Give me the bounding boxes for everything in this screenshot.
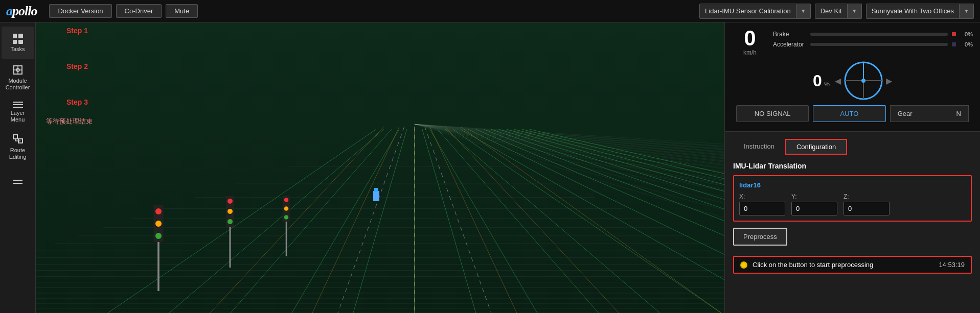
steering-section: 0 % ◀ ▶ <box>732 56 973 105</box>
gear-display: Gear N <box>890 105 969 122</box>
map-dropdown-arrow[interactable]: ▼ <box>960 4 974 19</box>
status-bar: Click on the button to start preprocessi… <box>733 256 972 274</box>
steering-arrows: ◀ ▶ <box>835 60 892 101</box>
docker-version-button[interactable]: Docker Version <box>49 4 111 18</box>
brake-bar-bg <box>810 33 948 36</box>
mode-dropdown-arrow[interactable]: ▼ <box>796 4 811 19</box>
brake-indicator <box>952 32 956 36</box>
route-editing-icon <box>12 134 24 145</box>
main-layout: Tasks ModuleController LayerMenu <box>0 22 980 313</box>
map-dropdown[interactable]: Sunnyvale With Two Offices <box>866 4 960 19</box>
accel-indicator <box>952 42 956 46</box>
gear-label: Gear <box>898 110 913 117</box>
status-text: Click on the button to start preprocessi… <box>753 261 933 269</box>
no-signal-button[interactable]: NO SIGNAL <box>736 105 809 122</box>
lidar-box: lidar16 X: Y: Z: <box>733 175 972 222</box>
apollo-logo: apollo <box>6 4 37 19</box>
y-field: Y: <box>791 193 837 215</box>
status-time: 14:53:19 <box>939 261 965 269</box>
mode-dropdown[interactable]: Lidar-IMU Sensor Calibration <box>699 4 796 19</box>
sidebar-item-layer-menu-label: LayerMenu <box>11 110 25 123</box>
sidebar-item-tasks[interactable]: Tasks <box>2 27 34 59</box>
brake-row: Brake 0% <box>773 31 973 38</box>
co-driver-button[interactable]: Co-Driver <box>116 4 162 18</box>
gauge-row: 0 km/h Brake 0% Accelerator <box>732 28 973 56</box>
mode-dropdown-group: Lidar-IMU Sensor Calibration ▼ <box>699 4 811 19</box>
brake-pct: 0% <box>960 31 973 37</box>
tab-configuration[interactable]: Configuration <box>785 139 847 155</box>
tab-instruction[interactable]: Instruction <box>733 139 785 155</box>
speed-value: 0 <box>744 28 756 49</box>
imu-lidar-title: IMU-Lidar Translation <box>733 162 972 170</box>
vehicle-dropdown-group: Dev Kit ▼ <box>815 4 862 19</box>
calibration-panel: Instruction Configuration IMU-Lidar Tran… <box>725 132 980 313</box>
x-input[interactable] <box>739 202 785 215</box>
lidar-id: lidar16 <box>739 181 966 189</box>
instrument-cluster: 0 km/h Brake 0% Accelerator <box>725 22 980 132</box>
steer-left-icon[interactable]: ◀ <box>835 76 841 86</box>
z-input[interactable] <box>844 202 890 215</box>
y-label: Y: <box>791 193 837 200</box>
svg-rect-4 <box>13 135 17 139</box>
right-panel: 0 km/h Brake 0% Accelerator <box>724 22 980 313</box>
status-dot-icon <box>740 261 747 269</box>
steering-pct: 0 <box>813 71 822 90</box>
x-label: X: <box>739 193 785 200</box>
panel-tabs: Instruction Configuration <box>733 139 972 155</box>
sidebar-item-route-editing[interactable]: RouteEditing <box>2 131 34 163</box>
sidebar-item-extra[interactable] <box>2 165 34 198</box>
steering-unit: % <box>824 81 830 88</box>
grid-canvas <box>36 22 724 313</box>
top-bar: apollo Docker Version Co-Driver Mute Lid… <box>0 0 980 22</box>
preprocess-button[interactable]: Preprocess <box>733 228 787 246</box>
module-controller-icon <box>12 64 24 76</box>
steer-right-icon[interactable]: ▶ <box>886 76 892 86</box>
sidebar-item-layer-menu[interactable]: LayerMenu <box>2 96 34 129</box>
3d-viewport[interactable]: Step 1 Step 2 Step 3 等待预处理结束 <box>36 22 724 313</box>
brake-label: Brake <box>773 31 806 38</box>
speed-display: 0 km/h <box>732 28 768 56</box>
sidebar-item-route-editing-label: RouteEditing <box>9 147 27 160</box>
layer-menu-icon <box>13 102 23 108</box>
sidebar-item-tasks-label: Tasks <box>10 46 25 52</box>
steering-wheel-icon <box>843 60 884 101</box>
accel-row: Accelerator 0% <box>773 41 973 48</box>
sidebar: Tasks ModuleController LayerMenu <box>0 22 36 313</box>
sidebar-item-module-controller-label: ModuleController <box>6 78 30 91</box>
vehicle-dropdown-arrow[interactable]: ▼ <box>848 4 862 19</box>
svg-point-11 <box>861 79 865 83</box>
accel-bar-bg <box>810 43 948 46</box>
mute-button[interactable]: Mute <box>166 4 198 18</box>
x-field: X: <box>739 193 785 215</box>
map-dropdown-group: Sunnyvale With Two Offices ▼ <box>866 4 974 19</box>
auto-button[interactable]: AUTO <box>813 105 885 122</box>
accel-pct: 0% <box>960 41 973 47</box>
y-input[interactable] <box>791 202 837 215</box>
speed-unit: km/h <box>743 49 757 56</box>
brake-accel: Brake 0% Accelerator 0% <box>773 28 973 48</box>
extra-icon <box>12 179 24 184</box>
steering-pct-display: 0 % <box>813 73 830 89</box>
xyz-row: X: Y: Z: <box>739 193 966 215</box>
z-field: Z: <box>844 193 890 215</box>
gear-value: N <box>956 110 961 117</box>
vehicle-dropdown[interactable]: Dev Kit <box>815 4 848 19</box>
sidebar-item-module-controller[interactable]: ModuleController <box>2 61 34 94</box>
z-label: Z: <box>844 193 890 200</box>
signal-gear: NO SIGNAL AUTO Gear N <box>732 105 973 126</box>
accel-label: Accelerator <box>773 41 806 48</box>
tasks-icon <box>13 34 23 44</box>
